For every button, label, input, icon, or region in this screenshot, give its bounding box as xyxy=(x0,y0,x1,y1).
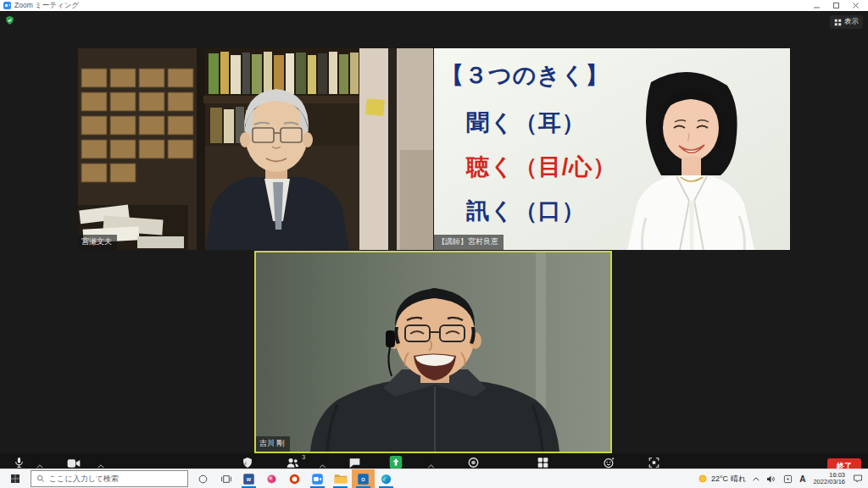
taskbar-office-app[interactable] xyxy=(283,469,306,488)
participant-name-tag: 【講師】宮村良恵 xyxy=(434,235,504,250)
lesson-text-overlay: 【３つのきく】 聞く（耳） 聴く（目/心） 訊く（口） xyxy=(434,48,790,250)
zoom-app-icon xyxy=(3,2,11,9)
minimize-icon[interactable] xyxy=(813,2,821,9)
svg-text:W: W xyxy=(247,477,252,482)
volume-button[interactable] xyxy=(763,469,780,488)
board-title: 【３つのきく】 xyxy=(441,60,609,91)
action-center-icon xyxy=(853,474,863,484)
taskbar-file-explorer[interactable] xyxy=(329,469,352,488)
zoom-meeting-window: Zoom ミーティング 表示 xyxy=(0,0,868,488)
folder-icon xyxy=(334,473,348,485)
reactions-smiley-icon xyxy=(604,457,615,469)
task-view-icon xyxy=(220,474,232,485)
weather-widget[interactable]: 22°C 晴れ xyxy=(694,469,749,488)
taskbar-pink-app[interactable] xyxy=(260,469,283,488)
chevron-up-icon xyxy=(753,477,760,481)
search-icon xyxy=(36,474,45,483)
ime-tool-button[interactable] xyxy=(780,469,796,488)
flower-app-icon xyxy=(265,473,278,485)
participants-count-badge: 3 xyxy=(302,454,305,460)
task-view-button[interactable] xyxy=(214,469,237,488)
meeting-area: 表示 xyxy=(0,11,868,469)
apps-icon xyxy=(648,457,660,469)
taskbar-edge-app[interactable] xyxy=(375,469,398,488)
cortana-button[interactable] xyxy=(192,469,214,488)
window-title: Zoom ミーティング xyxy=(14,1,79,11)
office-icon xyxy=(288,473,301,485)
chat-icon xyxy=(348,458,360,469)
outlook-icon: O xyxy=(357,473,370,485)
board-line-kiku-eye-heart: 聴く（目/心） xyxy=(466,152,616,182)
taskbar-word-app[interactable]: W xyxy=(237,469,260,488)
clock-date: 2022/03/16 xyxy=(813,479,845,485)
video-tile-participant-1[interactable]: 宮瀬文夫 xyxy=(78,48,433,250)
share-screen-icon xyxy=(390,456,403,469)
microphone-icon xyxy=(14,457,25,469)
ime-tool-icon xyxy=(783,474,793,484)
weather-temp: 22°C xyxy=(711,474,728,483)
svg-text:O: O xyxy=(361,477,365,482)
word-icon: W xyxy=(242,473,255,485)
windows-logo-icon xyxy=(10,474,20,484)
grid-view-icon xyxy=(834,19,842,26)
sun-icon xyxy=(698,474,708,484)
ime-mode-label: A xyxy=(799,474,805,484)
cortana-icon xyxy=(198,474,209,485)
start-button[interactable] xyxy=(0,469,31,488)
search-input[interactable] xyxy=(49,474,168,483)
view-button-label: 表示 xyxy=(844,17,859,27)
participant-name-tag: 吉川 剛 xyxy=(256,436,290,452)
video-feed-laughing-man xyxy=(256,252,610,452)
shield-icon xyxy=(242,457,253,469)
video-camera-icon xyxy=(67,458,81,469)
video-feed-bookshelf-man xyxy=(78,48,433,250)
tray-overflow-chevron[interactable] xyxy=(749,469,763,488)
ime-mode-button[interactable]: A xyxy=(796,469,809,488)
edge-icon xyxy=(380,473,392,485)
weather-condition: 晴れ xyxy=(731,474,746,485)
close-icon[interactable] xyxy=(852,2,860,9)
taskbar-outlook-app[interactable]: O xyxy=(352,469,375,488)
view-button[interactable]: 表示 xyxy=(830,15,863,29)
video-tile-active-speaker[interactable]: 吉川 剛 xyxy=(254,251,612,453)
security-shield-icon[interactable] xyxy=(5,15,14,25)
participants-icon xyxy=(285,457,299,469)
board-line-kiku-ear: 聞く（耳） xyxy=(466,108,586,138)
video-tile-lecturer[interactable]: 【３つのきく】 聞く（耳） 聴く（目/心） 訊く（口） 【講師】宮村良恵 xyxy=(434,48,790,250)
maximize-icon[interactable] xyxy=(832,2,840,9)
speaker-icon xyxy=(766,474,776,484)
system-tray: 22°C 晴れ A 16:03 2022/03/16 xyxy=(694,469,868,488)
taskbar-clock[interactable]: 16:03 2022/03/16 xyxy=(809,472,849,485)
board-line-kiku-mouth: 訊く（口） xyxy=(466,196,586,226)
taskbar-zoom-app[interactable] xyxy=(306,469,329,488)
action-center-button[interactable] xyxy=(849,469,868,488)
record-icon xyxy=(467,457,479,469)
breakout-rooms-icon xyxy=(537,457,549,469)
participant-name-tag: 宮瀬文夫 xyxy=(78,235,117,250)
window-titlebar: Zoom ミーティング xyxy=(0,0,868,11)
taskbar-search[interactable] xyxy=(31,470,188,487)
zoom-app-icon xyxy=(311,473,324,485)
windows-taskbar: W O 22°C 晴れ xyxy=(0,469,868,488)
